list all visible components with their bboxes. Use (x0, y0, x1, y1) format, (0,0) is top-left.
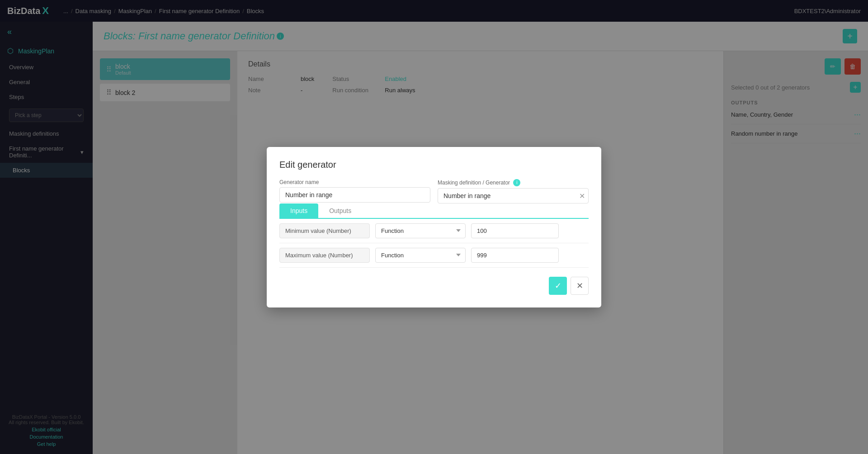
confirm-button[interactable]: ✓ (549, 277, 567, 295)
tab-outputs[interactable]: Outputs (318, 203, 362, 218)
input-name-1: Maximum value (Number) (279, 248, 370, 263)
edit-generator-modal: Edit generator Generator name Masking de… (267, 147, 601, 307)
masking-def-label: Masking definition / Generator i (438, 179, 589, 186)
input-type-select-0[interactable]: Function Constant Column (375, 223, 466, 238)
inputs-table: Minimum value (Number) Function Constant… (279, 219, 589, 268)
input-name-0: Minimum value (Number) (279, 223, 370, 238)
masking-def-input[interactable] (438, 188, 589, 203)
modal-form-row: Generator name Masking definition / Gene… (279, 179, 589, 203)
input-row-1: Maximum value (Number) Function Constant… (279, 243, 589, 268)
input-value-1[interactable] (471, 248, 559, 263)
modal-actions: ✓ ✕ (279, 277, 589, 295)
tab-inputs[interactable]: Inputs (279, 203, 318, 218)
generator-name-group: Generator name (279, 179, 430, 203)
modal-overlay: Edit generator Generator name Masking de… (0, 0, 868, 454)
modal-tabs: Inputs Outputs (279, 203, 589, 219)
generator-name-input[interactable] (279, 187, 430, 203)
input-type-select-1[interactable]: Function Constant Column (375, 248, 466, 263)
masking-def-clear-button[interactable]: ✕ (579, 191, 585, 200)
masking-def-info-icon[interactable]: i (513, 179, 520, 186)
masking-def-input-wrapper: ✕ (438, 188, 589, 203)
modal-title: Edit generator (279, 160, 589, 170)
input-value-0[interactable] (471, 223, 559, 238)
cancel-modal-button[interactable]: ✕ (571, 277, 589, 295)
generator-name-label: Generator name (279, 179, 430, 185)
input-row-0: Minimum value (Number) Function Constant… (279, 219, 589, 243)
masking-def-group: Masking definition / Generator i ✕ (438, 179, 589, 203)
